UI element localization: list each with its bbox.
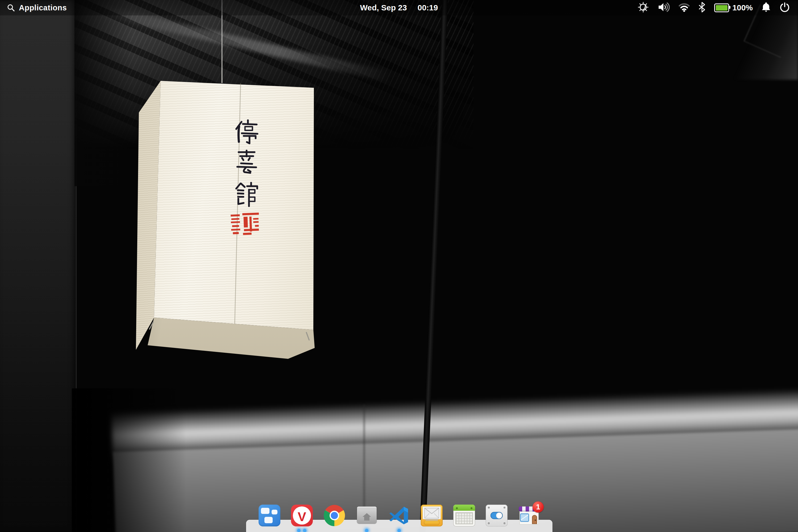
- mail-icon: [421, 505, 443, 527]
- bell-icon: [762, 2, 771, 13]
- badge-count: 1: [536, 503, 540, 511]
- audio-volume-icon: [658, 2, 670, 13]
- running-dot-vivaldi-1: [297, 529, 301, 532]
- volume-indicator[interactable]: [658, 2, 670, 14]
- appcenter-badge: 1: [533, 501, 544, 513]
- toggle-switch-glyph: [491, 512, 503, 519]
- calendar-icon: [453, 505, 475, 527]
- panel-indicators: 100%: [638, 2, 798, 14]
- datetime-button[interactable]: Wed, Sep 23 00:19: [360, 3, 438, 12]
- dock-icon-appcenter[interactable]: 1: [518, 505, 540, 527]
- lantern: 停雲館: [134, 78, 321, 360]
- system-settings-icon: [486, 505, 508, 527]
- dock-icon-mail[interactable]: [421, 505, 443, 527]
- wallpaper-lower-shadow: [72, 388, 186, 532]
- dock-icon-chrome[interactable]: [323, 505, 345, 527]
- battery-fill: [716, 5, 727, 11]
- wifi-indicator[interactable]: [679, 2, 690, 13]
- dock-icons-row: V: [246, 504, 552, 527]
- dock-icon-multitasking[interactable]: [259, 505, 280, 527]
- top-panel: Applications Wed, Sep 23 00:19: [0, 0, 798, 15]
- multitasking-view-icon: [259, 505, 280, 527]
- dock-icon-settings[interactable]: [486, 505, 508, 527]
- vscode-icon: [388, 505, 410, 527]
- display-brightness-icon: [638, 2, 649, 13]
- home-glyph: [356, 505, 378, 527]
- desktop: 停雲館 Applications Wed, Sep 23 00:19: [0, 0, 798, 532]
- lantern-calligraphy-art: [222, 118, 270, 243]
- kanji-ting: [236, 120, 258, 144]
- running-dot-vscode: [397, 529, 401, 532]
- notifications-indicator[interactable]: [762, 2, 771, 14]
- panel-time: 00:19: [418, 3, 438, 12]
- applications-menu-button[interactable]: Applications: [0, 3, 67, 12]
- running-dot-vivaldi-2: [303, 529, 306, 532]
- session-power-icon: [779, 2, 790, 13]
- applications-label: Applications: [19, 3, 67, 12]
- kanji-yun: [237, 151, 256, 173]
- power-indicator[interactable]: [779, 2, 790, 14]
- battery-icon: [714, 3, 729, 12]
- dock-icon-files[interactable]: [356, 505, 378, 527]
- panel-date: Wed, Sep 23: [360, 3, 407, 12]
- wallpaper-shadow-gap: [75, 0, 133, 186]
- battery-indicator[interactable]: 100%: [714, 3, 753, 12]
- wifi-signal-icon: [679, 2, 690, 12]
- dock-icon-vscode[interactable]: [388, 505, 410, 527]
- dock-icon-vivaldi[interactable]: V: [291, 505, 313, 527]
- dock-icon-calendar[interactable]: [453, 505, 475, 527]
- vivaldi-icon: V: [291, 505, 313, 527]
- bluetooth-icon: [699, 2, 705, 13]
- running-dot-files: [365, 529, 368, 532]
- appcenter-icon: 1: [518, 505, 540, 527]
- brightness-indicator[interactable]: [638, 2, 649, 14]
- seal-stamp: [231, 212, 260, 235]
- files-icon: [356, 505, 378, 527]
- wallpaper-left-column: [0, 0, 76, 532]
- bluetooth-indicator[interactable]: [699, 2, 705, 14]
- chrome-icon: [323, 505, 345, 527]
- search-icon: [7, 4, 15, 12]
- battery-percent: 100%: [732, 3, 753, 12]
- kanji-guan: [236, 183, 257, 206]
